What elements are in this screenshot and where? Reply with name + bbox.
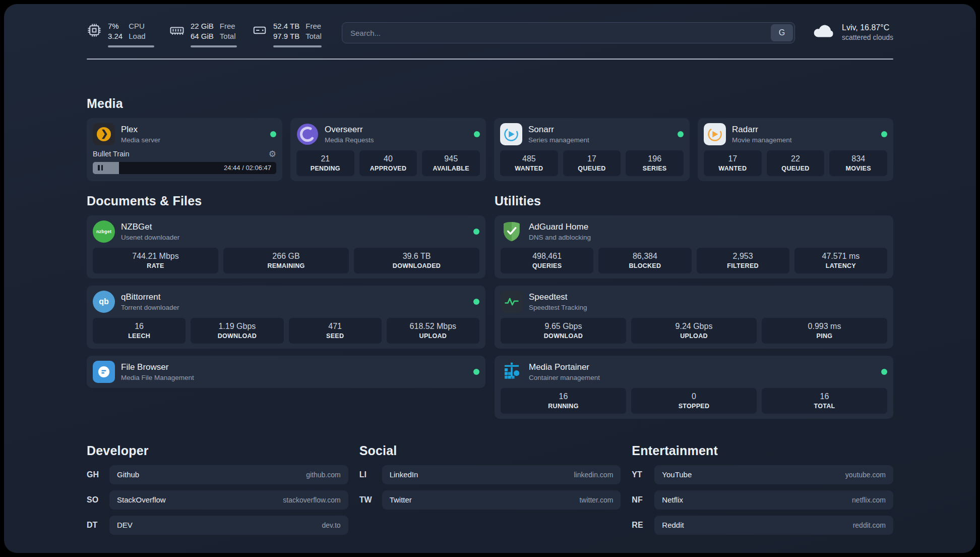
stat-value: 266 GB — [225, 252, 347, 261]
stat-label: DOWNLOADED — [356, 262, 477, 269]
bookmark-abbr: SO — [87, 495, 109, 505]
service-card-overseerr[interactable]: Overseerr Media Requests 21 PENDING 40 A… — [290, 118, 486, 181]
disk-free-label: Free — [305, 21, 322, 31]
service-description: Speedtest Tracking — [529, 304, 587, 311]
service-name: NZBGet — [121, 221, 179, 232]
stat-value: 17 — [706, 154, 760, 163]
stat-box: 485 WANTED — [500, 150, 558, 176]
stat-label: SEED — [291, 332, 380, 340]
bookmark-name: Github — [117, 470, 139, 479]
bookmark-name: DEV — [117, 521, 133, 529]
bookmark-abbr: TW — [359, 495, 382, 505]
stat-label: WANTED — [706, 165, 760, 172]
service-description: Series management — [528, 136, 589, 144]
stat-value: 86,384 — [600, 252, 689, 261]
stat-value: 834 — [831, 154, 885, 163]
bookmark-url: reddit.com — [853, 521, 886, 529]
service-card-radarr[interactable]: Radarr Movie management 17 WANTED 22 QUE… — [698, 118, 893, 181]
bookmark-name: Reddit — [662, 521, 684, 529]
stat-value: 9.65 Gbps — [503, 322, 624, 331]
search-input[interactable] — [342, 22, 795, 43]
search-provider-button[interactable]: G — [771, 24, 793, 41]
bookmark-reddit[interactable]: RE Reddit reddit.com — [632, 516, 893, 535]
stat-label: RUNNING — [503, 403, 624, 410]
stat-value: 2,953 — [699, 252, 787, 261]
bookmark-stackoverflow[interactable]: SO StackOverflow stackoverflow.com — [87, 490, 348, 510]
service-card-sonarr[interactable]: Sonarr Series management 485 WANTED 17 Q… — [494, 118, 690, 181]
stat-value: 21 — [298, 154, 352, 163]
bookmark-youtube[interactable]: YT YouTube youtube.com — [632, 465, 893, 484]
stat-value: 485 — [502, 154, 556, 163]
bookmark-linkedin[interactable]: LI LinkedIn linkedin.com — [359, 465, 621, 484]
disk-usage-bar — [273, 45, 322, 47]
bookmark-github[interactable]: GH Github github.com — [87, 465, 348, 484]
service-card-filebrowser[interactable]: File Browser Media File Management — [87, 356, 485, 388]
memory-total-label: Total — [220, 31, 236, 41]
bookmarks-group-developer: Developer GH Github github.com SO StackO… — [87, 443, 348, 535]
content-wrapper: 7% 3.24 CPU Load — [87, 4, 893, 535]
top-bar: 7% 3.24 CPU Load — [87, 21, 893, 47]
service-name: Overseerr — [325, 124, 374, 135]
stat-label: TOTAL — [764, 403, 885, 410]
filebrowser-icon — [93, 361, 115, 383]
now-playing-title: Bullet Train — [93, 150, 130, 158]
stat-label: PING — [764, 332, 885, 340]
bookmark-abbr: DT — [87, 521, 109, 530]
section-title-developer: Developer — [87, 443, 348, 458]
service-card-portainer[interactable]: Media Portainer Container management 16 … — [495, 356, 893, 419]
stat-label: APPROVED — [361, 165, 415, 172]
status-dot — [474, 131, 480, 137]
stat-value: 0.993 ms — [764, 322, 885, 331]
stat-label: QUEUED — [565, 165, 619, 172]
stat-box: 17 WANTED — [704, 150, 762, 176]
bookmark-twitter[interactable]: TW Twitter twitter.com — [359, 490, 621, 510]
service-description: DNS and adblocking — [529, 234, 591, 241]
service-card-plex[interactable]: Plex Media server Bullet Train ⚙ — [87, 118, 282, 181]
bookmark-abbr: RE — [632, 521, 654, 530]
stat-box: 498,461 QUERIES — [501, 248, 593, 273]
bookmarks-group-entertainment: Entertainment YT YouTube youtube.com NF … — [632, 443, 893, 535]
bookmark-url: dev.to — [322, 521, 341, 529]
cpu-usage-label: CPU — [129, 21, 145, 31]
stat-label: STOPPED — [633, 403, 755, 410]
memory-usage-bar — [191, 45, 237, 47]
status-dot — [473, 299, 479, 305]
stat-value: 471 — [291, 322, 380, 331]
bookmark-netflix[interactable]: NF Netflix netflix.com — [632, 490, 893, 510]
stat-label: LEECH — [95, 332, 183, 340]
pause-icon[interactable] — [98, 165, 103, 171]
stat-label: QUEUED — [769, 165, 823, 172]
service-card-qbittorrent[interactable]: qb qBittorrent Torrent downloader 16 — [87, 286, 485, 349]
stat-value: 618.52 Mbps — [389, 322, 477, 331]
documents-section: Documents & Files nzbget NZBGet Usenet d… — [87, 193, 485, 388]
bookmark-name: Twitter — [390, 495, 412, 504]
stat-box: 22 QUEUED — [767, 150, 825, 176]
service-card-adguard[interactable]: AdGuard Home DNS and adblocking 498,461 … — [495, 215, 893, 278]
stat-value: 40 — [361, 154, 415, 163]
cpu-icon — [87, 23, 102, 40]
stat-label: UPLOAD — [633, 332, 755, 340]
bookmark-dev[interactable]: DT DEV dev.to — [87, 516, 348, 535]
stat-box: 0 STOPPED — [631, 388, 757, 414]
service-description: Movie management — [732, 136, 792, 144]
cpu-load-value: 3.24 — [108, 31, 122, 41]
disk-total-value: 97.9 TB — [273, 31, 299, 41]
bookmark-url: stackoverflow.com — [283, 496, 340, 504]
stat-value: 47.571 ms — [797, 252, 885, 261]
stat-value: 16 — [95, 322, 183, 331]
service-card-nzbget[interactable]: nzbget NZBGet Usenet downloader 744.21 M… — [87, 215, 485, 278]
gear-icon[interactable]: ⚙ — [269, 150, 276, 158]
playback-progress-bar[interactable]: 24:44 / 02:06:47 — [93, 162, 276, 174]
dashboard-panel: 7% 3.24 CPU Load — [4, 4, 976, 553]
disk-icon — [252, 23, 267, 40]
stat-box: 86,384 BLOCKED — [598, 248, 691, 273]
service-description: Media Requests — [325, 136, 374, 144]
stat-label: SERIES — [628, 165, 682, 172]
service-card-speedtest[interactable]: Speedtest Speedtest Tracking 9.65 Gbps D… — [495, 286, 893, 349]
portainer-icon — [501, 361, 523, 383]
stat-box: 0.993 ms PING — [762, 318, 887, 344]
stat-box: 39.6 TB DOWNLOADED — [354, 248, 479, 273]
playback-progress-fill — [93, 162, 119, 174]
stat-value: 1.19 Gbps — [193, 322, 281, 331]
stat-box: 17 QUEUED — [563, 150, 621, 176]
